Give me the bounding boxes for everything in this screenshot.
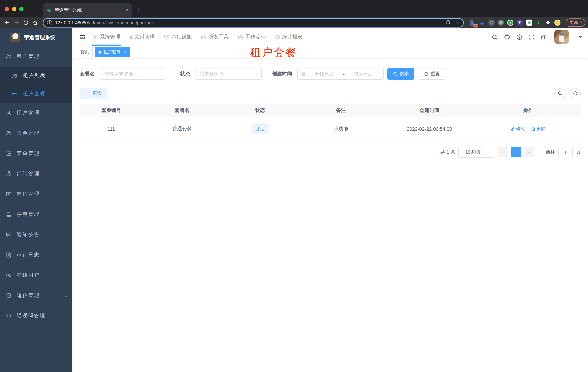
sidebar-item-post-mgmt[interactable]: 岗位管理 xyxy=(0,184,73,204)
goto-page-input[interactable] xyxy=(558,147,573,157)
sidebar-item-user-mgmt[interactable]: 用户管理 xyxy=(0,103,73,123)
ext-y-icon[interactable]: Y xyxy=(507,20,514,26)
tab-system-mgmt[interactable]: 系统管理 xyxy=(93,28,120,46)
edit-link[interactable]: 修改 xyxy=(511,126,525,132)
search-button[interactable]: 搜索 xyxy=(388,68,414,80)
tag-home[interactable]: 首页 xyxy=(77,47,93,57)
badge-icon xyxy=(6,191,11,197)
share-icon[interactable] xyxy=(444,20,452,26)
tag-close-icon[interactable]: × xyxy=(124,50,126,54)
sidebar-item-dict-mgmt[interactable]: 字典管理 xyxy=(0,204,73,224)
next-page-button[interactable]: › xyxy=(524,147,535,157)
glasses-icon xyxy=(12,91,18,97)
sidebar-item-sms-mgmt[interactable]: 短信管理 ⌄ xyxy=(0,286,73,306)
ext-command-icon[interactable]: ⌘ xyxy=(488,20,494,26)
goto-label: 前往 xyxy=(546,149,555,155)
yen-icon: ¥ xyxy=(130,34,133,40)
date-range-picker[interactable]: ▦ 开始日期 - 结束日期 xyxy=(297,68,384,80)
tag-tenant-package[interactable]: 租户套餐 × xyxy=(95,47,130,57)
sidebar-item-audit-log[interactable]: 审计日志 ⌄ xyxy=(0,245,73,265)
bookmark-star-icon[interactable]: ☆ xyxy=(454,20,462,25)
page-size-select[interactable]: 10条/页 ⌄ xyxy=(458,147,494,158)
content: 套餐名 状态 请选择状态 ⌄ 创建时间 ▦ 开始日期 - 结束日期 xyxy=(73,68,588,158)
tab-dev-tools[interactable]: 研发工具 xyxy=(201,28,229,46)
reload-button[interactable] xyxy=(22,19,30,27)
prev-page-button[interactable]: ‹ xyxy=(497,147,508,157)
app-header: 系统管理 ¥ 支付管理 基础设施 研发工具 xyxy=(73,28,588,46)
sidebar-item-role-mgmt[interactable]: 角色管理 xyxy=(0,123,73,143)
browser-update-button[interactable]: 更新 ⋮ xyxy=(566,19,585,27)
col-status: 状态 xyxy=(221,104,299,117)
status-badge: 开启 xyxy=(252,124,268,134)
fullscreen-icon[interactable] xyxy=(529,34,535,40)
ext-badge-count: 10 xyxy=(473,24,478,28)
add-button[interactable]: ＋ 新增 xyxy=(80,88,107,99)
browser-menu-icon[interactable]: ⋮ xyxy=(580,22,583,23)
avatar-caret-icon[interactable] xyxy=(578,36,582,40)
header-actions: tT xyxy=(492,30,582,44)
start-date-placeholder: 开始日期 xyxy=(308,71,341,77)
url-bar[interactable]: i 127.0.0.1:48080/admin-ui/system/tenant… xyxy=(43,18,464,27)
help-icon[interactable] xyxy=(516,34,523,40)
ext-recorder-icon[interactable] xyxy=(498,20,504,26)
tab-close-icon[interactable]: × xyxy=(126,7,128,13)
github-icon[interactable] xyxy=(504,34,510,40)
sidebar-item-menu-mgmt[interactable]: 菜单管理 xyxy=(0,143,73,164)
refresh-table-button[interactable] xyxy=(569,88,581,99)
page-1-button[interactable]: 1 xyxy=(511,147,521,157)
forward-button[interactable] xyxy=(12,19,20,27)
status-select[interactable]: 请选择状态 ⌄ xyxy=(196,68,262,80)
window-close-button[interactable] xyxy=(5,7,9,11)
show-search-button[interactable] xyxy=(554,88,566,99)
tab-infrastructure[interactable]: 基础设施 xyxy=(164,28,192,46)
tab-payment-mgmt[interactable]: ¥ 支付管理 xyxy=(130,28,155,46)
pencil-icon xyxy=(511,127,515,131)
ext-puzzle-icon[interactable] xyxy=(545,20,551,26)
window-zoom-button[interactable] xyxy=(19,7,23,11)
table-toolbar: ＋ 新增 xyxy=(80,88,581,99)
sidebar-item-notice[interactable]: 通知公告 xyxy=(0,224,73,245)
user-avatar[interactable] xyxy=(554,30,569,44)
search-icon[interactable] xyxy=(492,34,498,40)
ext-gem-icon[interactable]: ◈ xyxy=(479,20,485,26)
users-icon xyxy=(12,73,18,79)
sidebar-item-error-code[interactable]: 错误码管理 xyxy=(0,306,73,326)
home-button[interactable] xyxy=(31,19,39,27)
org-chart-icon xyxy=(6,171,11,177)
online-user-icon xyxy=(6,272,11,278)
page-unit-label: 页 xyxy=(576,149,581,155)
sidebar-item-dept-mgmt[interactable]: 部门管理 xyxy=(0,164,73,184)
new-tab-button[interactable]: + xyxy=(137,6,141,14)
tab-workflow[interactable]: 工作流程 xyxy=(238,28,266,46)
ext-tasks-icon[interactable]: ◆ 10 xyxy=(470,20,476,26)
end-date-placeholder: 结束日期 xyxy=(347,71,379,77)
cell-status: 开启 xyxy=(221,117,299,141)
tree-list-icon xyxy=(6,151,11,157)
ext-star-icon[interactable]: ✶ xyxy=(536,20,542,26)
sidebar-logo[interactable]: 芋道管理系统 xyxy=(0,28,73,46)
package-name-input[interactable] xyxy=(104,71,160,77)
ext-emoji-icon[interactable]: ◡̈ xyxy=(554,20,560,26)
ext-chat-icon[interactable]: ❖ xyxy=(526,20,532,26)
chevron-up-icon: ⌃ xyxy=(64,54,67,58)
back-button[interactable] xyxy=(3,19,11,27)
font-size-icon[interactable]: tT xyxy=(541,34,546,40)
tags-view-bar: 首页 租户套餐 × xyxy=(73,46,588,58)
sidebar-item-tenant-package[interactable]: 租户套餐 xyxy=(0,85,73,103)
users-icon xyxy=(6,53,11,59)
ext-shield-icon[interactable]: ⛨ xyxy=(517,20,523,26)
browser-tab[interactable]: 芋道管理系统 × xyxy=(43,3,132,17)
sidebar-item-online-users[interactable]: 在线用户 xyxy=(0,265,73,286)
reset-button[interactable]: 重置 xyxy=(419,68,445,80)
site-info-icon[interactable]: i xyxy=(47,20,52,25)
name-filter-label: 套餐名 xyxy=(80,71,95,77)
tab-reports[interactable]: 统计报表 xyxy=(275,28,303,46)
sidebar-item-tenant-mgmt[interactable]: 租户管理 ⌃ xyxy=(0,46,73,67)
sidebar-collapse-icon[interactable] xyxy=(76,31,88,43)
search-icon xyxy=(393,72,398,76)
window-minimize-button[interactable] xyxy=(12,7,16,11)
sidebar-item-tenant-list[interactable]: 租户列表 xyxy=(0,67,73,85)
cell-package-name: 普通套餐 xyxy=(143,117,221,141)
delete-link[interactable]: 删除 xyxy=(531,126,546,132)
refresh-icon xyxy=(573,91,578,96)
